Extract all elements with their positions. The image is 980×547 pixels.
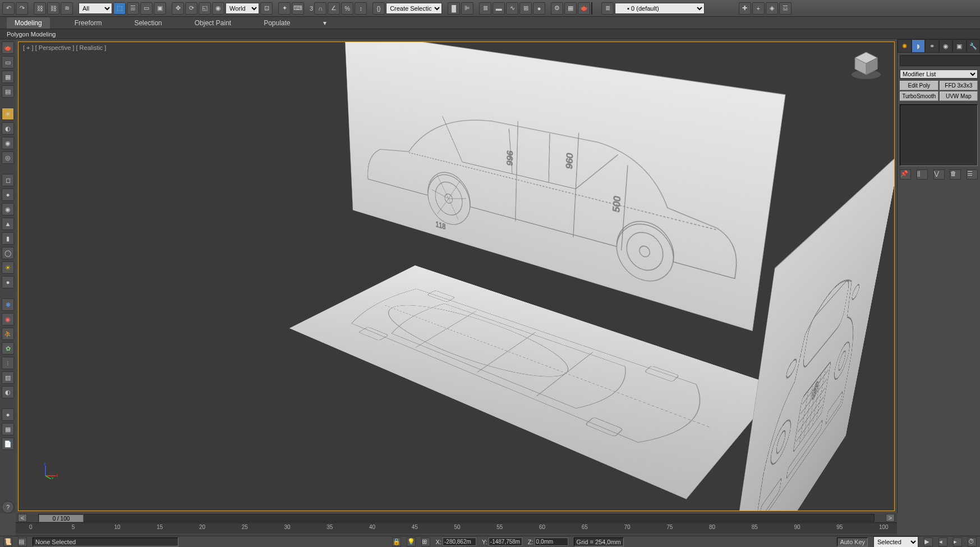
teapot-tool[interactable]: 🫖 (2, 42, 14, 54)
named-selection-dropdown[interactable]: Create Selection Se (386, 3, 442, 14)
grid-tool[interactable]: ▤ (2, 85, 14, 98)
tab-modeling[interactable]: Modeling (7, 17, 50, 29)
tab-display[interactable]: ▣ (953, 39, 967, 53)
pin-stack-button[interactable]: 📌 (900, 169, 911, 180)
tab-motion[interactable]: ◉ (939, 39, 953, 53)
sky-light-tool[interactable]: ● (2, 276, 14, 288)
undo-button[interactable]: ↶ (2, 2, 15, 15)
hair-tool[interactable]: ⫶ (2, 357, 14, 369)
align-button[interactable]: ⊫ (461, 2, 473, 15)
torus-prim-tool[interactable]: ◯ (2, 247, 14, 259)
tab-hierarchy[interactable]: ⚭ (925, 39, 939, 53)
schematic-view-button[interactable]: ⊞ (519, 2, 532, 15)
viewport-label[interactable]: [ + ] [ Perspective ] [ Realistic ] (23, 44, 106, 51)
particle-tool[interactable]: ❄ (2, 298, 14, 311)
sphere-prim-tool[interactable]: ● (2, 189, 14, 201)
populate-tool[interactable]: ✿ (2, 342, 14, 355)
edit-named-sel-button[interactable]: {} (372, 2, 385, 15)
dynamics-tool[interactable]: ◉ (2, 313, 14, 325)
cube-prim-tool[interactable]: ◻ (2, 174, 14, 186)
listener-button[interactable]: ▤ (18, 537, 27, 546)
cloth-tool[interactable]: ▨ (2, 371, 14, 384)
play-button[interactable]: ▶ (924, 537, 933, 546)
tab-populate[interactable]: Populate (256, 17, 298, 29)
biped-tool[interactable]: ⛹ (2, 328, 14, 340)
tab-freeform[interactable]: Freeform (67, 17, 110, 29)
material-editor-button[interactable]: ● (533, 2, 545, 15)
script-tool[interactable]: 📄 (2, 438, 14, 450)
spinner-snap-button[interactable]: ↕ (355, 2, 367, 15)
keyboard-shortcut-button[interactable]: ⌨ (292, 2, 304, 15)
time-ruler[interactable]: 0510152025303540455055606570758085909510… (16, 522, 897, 534)
remove-mod-button[interactable]: 🗑 (950, 169, 961, 180)
pivot-center-button[interactable]: ⊡ (260, 2, 273, 15)
new-layer-button[interactable]: ✚ (739, 2, 751, 15)
mod-turbosmooth[interactable]: TurboSmooth (900, 91, 938, 101)
link-button[interactable]: ⛓ (34, 2, 46, 15)
manipulate-button[interactable]: ✦ (278, 2, 291, 15)
cylinder-prim-tool[interactable]: ▮ (2, 232, 14, 245)
show-end-result-button[interactable]: || (917, 169, 928, 180)
rotate-button[interactable]: ⟳ (185, 2, 197, 15)
select-by-name-button[interactable]: ☰ (127, 2, 139, 15)
viewcube[interactable] (849, 48, 883, 81)
tab-create[interactable]: ✺ (898, 39, 912, 53)
light-tool[interactable]: ☀ (2, 108, 14, 120)
curve-editor-button[interactable]: ∿ (506, 2, 518, 15)
maxscript-button[interactable]: 📜 (3, 537, 12, 546)
isolate-button[interactable]: 💡 (407, 537, 416, 546)
help-button[interactable]: ? (2, 501, 14, 513)
mod-ffd[interactable]: FFD 3x3x3 (940, 81, 978, 90)
time-config-button[interactable]: ⏱ (968, 537, 977, 546)
mod-edit-poly[interactable]: Edit Poly (900, 81, 938, 90)
percent-snap-button[interactable]: % (341, 2, 353, 15)
box-tool[interactable]: ▦ (2, 71, 14, 83)
sun-light-tool[interactable]: ☀ (2, 261, 14, 274)
selection-filter-dropdown[interactable]: All (79, 3, 112, 14)
mod-uvw[interactable]: UVW Map (940, 91, 978, 101)
render-button[interactable]: 🫖 (578, 2, 590, 15)
coord-z-input[interactable] (535, 537, 568, 546)
geosphere-tool[interactable]: ◉ (2, 203, 14, 215)
scale-button[interactable]: ◱ (199, 2, 211, 15)
render-frame-button[interactable]: ▦ (564, 2, 577, 15)
coord-y-input[interactable] (489, 537, 522, 546)
redo-button[interactable]: ↷ (16, 2, 28, 15)
lock-selection-button[interactable]: 🔒 (392, 537, 401, 546)
spot-light-tool[interactable]: ◐ (2, 122, 14, 135)
plane-tool[interactable]: ▭ (2, 56, 14, 68)
modifier-list-dropdown[interactable]: Modifier List (900, 70, 978, 79)
make-unique-button[interactable]: ⋁ (933, 169, 945, 180)
cone-prim-tool[interactable]: ▲ (2, 218, 14, 230)
rect-region-button[interactable]: ▭ (140, 2, 153, 15)
render-setup-button[interactable]: ⚙ (551, 2, 563, 15)
omni-light-tool[interactable]: ◉ (2, 137, 14, 149)
perspective-viewport[interactable]: [ + ] [ Perspective ] [ Realistic ] (18, 42, 895, 511)
window-crossing-button[interactable]: ▣ (154, 2, 166, 15)
select-object-button[interactable]: ⬚ (113, 2, 126, 15)
tab-object-paint[interactable]: Object Paint (187, 17, 239, 29)
toggle-ribbon-button[interactable]: ▬ (493, 2, 505, 15)
ref-coord-dropdown[interactable]: World (226, 3, 259, 14)
key-next-button[interactable]: ▸ (953, 537, 962, 546)
mirror-button[interactable]: ▐▌ (448, 2, 460, 15)
add-to-layer-button[interactable]: + (752, 2, 765, 15)
time-prev-button[interactable]: < (18, 514, 27, 522)
snap-toggle-button[interactable]: ∩ (314, 2, 326, 15)
tab-selection[interactable]: Selection (126, 17, 169, 29)
material-ball-tool[interactable]: ● (2, 408, 14, 421)
autokey-button[interactable]: Auto Key (837, 537, 868, 546)
time-next-button[interactable]: > (886, 514, 895, 522)
tab-utilities[interactable]: 🔧 (967, 39, 981, 53)
object-name-input[interactable] (900, 55, 980, 66)
move-button[interactable]: ✥ (172, 2, 184, 15)
misc-tool[interactable]: ◐ (2, 386, 14, 398)
coord-x-input[interactable] (443, 537, 476, 546)
placement-button[interactable]: ◉ (212, 2, 224, 15)
transform-typein-button[interactable]: ⊞ (421, 537, 430, 546)
modifier-stack[interactable] (900, 104, 978, 166)
angle-snap-button[interactable]: ∠ (328, 2, 340, 15)
ribbon-expand-button[interactable]: ▾ (315, 17, 334, 29)
layer-explorer-button[interactable]: ≣ (479, 2, 491, 15)
layer-dropdown[interactable] (615, 3, 705, 14)
